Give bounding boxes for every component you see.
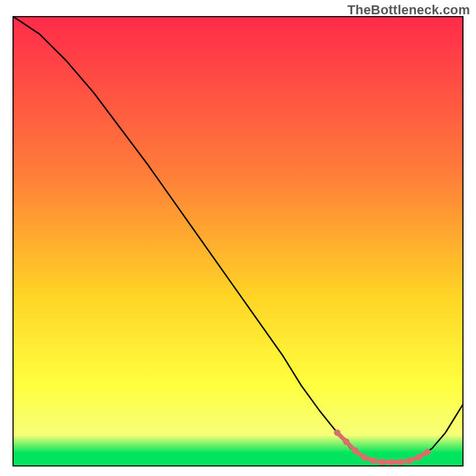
highlight-marker: [370, 458, 377, 464]
highlight-marker: [406, 458, 413, 464]
highlight-marker: [361, 454, 368, 461]
highlight-marker: [388, 459, 394, 465]
highlight-marker: [343, 439, 349, 445]
highlight-marker: [334, 430, 340, 436]
watermark-text: TheBottleneck.com: [347, 2, 470, 18]
highlight-marker: [397, 459, 403, 465]
chart-stage: TheBottleneck.com: [0, 0, 476, 476]
highlight-marker: [379, 459, 386, 465]
highlight-marker: [352, 447, 359, 454]
highlight-marker: [424, 449, 431, 455]
plot-frame: [12, 16, 464, 466]
chart-svg: [12, 16, 464, 466]
gradient-background: [12, 16, 464, 466]
highlight-marker: [415, 454, 422, 461]
